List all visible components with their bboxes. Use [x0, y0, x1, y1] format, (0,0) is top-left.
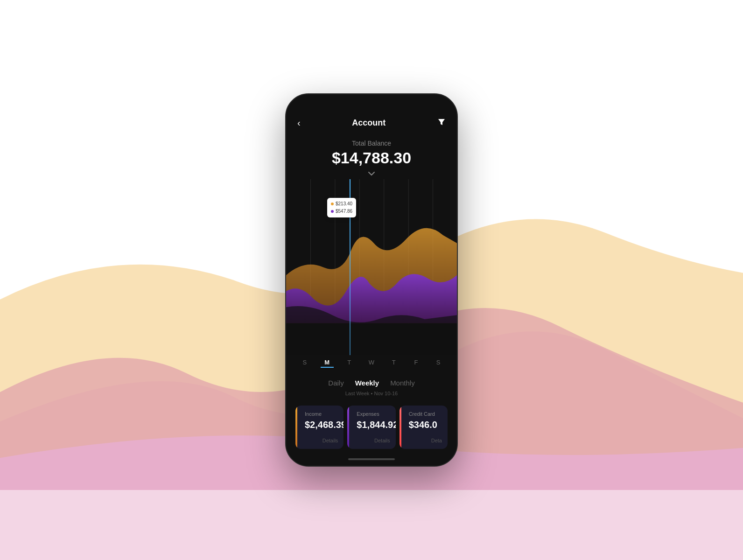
tab-daily[interactable]: Daily [328, 377, 343, 389]
credit-details-button[interactable]: Deta [405, 438, 442, 443]
period-subtitle: Last Week • Nov 10-16 [286, 391, 457, 402]
day-T1[interactable]: T [343, 359, 356, 368]
tab-monthly[interactable]: Monthly [390, 377, 415, 389]
day-T2[interactable]: T [387, 359, 400, 368]
chart-tooltip: $213.40 $547.86 [327, 198, 356, 217]
svg-marker-1 [438, 119, 445, 125]
cards-row: Income $2,468.39 Details Expenses $1,844… [286, 402, 457, 455]
phone: ‹ Account Total Balance $14,788.30 [285, 93, 458, 467]
header: ‹ Account [286, 94, 457, 136]
income-details-button[interactable]: Details [301, 438, 338, 443]
filter-icon[interactable] [437, 118, 446, 128]
tooltip-expense-row: $547.86 [331, 208, 352, 215]
day-M[interactable]: M [321, 359, 334, 368]
tooltip-income-value: $213.40 [336, 200, 352, 208]
credit-card-card[interactable]: Credit Card $346.0 Deta [400, 406, 448, 449]
day-W[interactable]: W [365, 359, 378, 368]
balance-section: Total Balance $14,788.30 [286, 136, 457, 179]
income-card[interactable]: Income $2,468.39 Details [295, 406, 343, 449]
credit-accent [400, 406, 401, 449]
tooltip-income-row: $213.40 [331, 200, 352, 208]
back-button[interactable]: ‹ [297, 118, 301, 128]
day-F[interactable]: F [409, 359, 422, 368]
phone-screen: ‹ Account Total Balance $14,788.30 [286, 94, 457, 466]
day-labels: S M T W T F S [286, 355, 457, 371]
expenses-label: Expenses [357, 411, 390, 417]
income-accent [295, 406, 297, 449]
day-S2[interactable]: S [432, 359, 445, 368]
expenses-accent [347, 406, 349, 449]
balance-amount: $14,788.30 [297, 149, 446, 167]
balance-label: Total Balance [297, 140, 446, 147]
expenses-card[interactable]: Expenses $1,844.92 Details [347, 406, 395, 449]
expenses-amount: $1,844.92 [357, 420, 390, 430]
phone-wrapper: ‹ Account Total Balance $14,788.30 [285, 93, 458, 467]
chart-area: $213.40 $547.86 [286, 179, 457, 355]
income-amount: $2,468.39 [305, 420, 338, 430]
tab-weekly[interactable]: Weekly [355, 377, 379, 389]
period-tabs: Daily Weekly Monthly [286, 371, 457, 391]
credit-amount: $346.0 [409, 420, 442, 430]
page-title: Account [352, 118, 386, 128]
income-label: Income [305, 411, 338, 417]
home-bar [348, 458, 395, 460]
credit-label: Credit Card [409, 411, 442, 417]
tooltip-expense-dot [331, 210, 334, 213]
home-indicator [286, 455, 457, 466]
tooltip-expense-value: $547.86 [336, 208, 352, 215]
svg-rect-0 [0, 490, 743, 560]
expenses-details-button[interactable]: Details [353, 438, 390, 443]
tooltip-income-dot [331, 203, 334, 205]
day-S1[interactable]: S [298, 359, 311, 368]
balance-chevron[interactable] [297, 170, 446, 177]
